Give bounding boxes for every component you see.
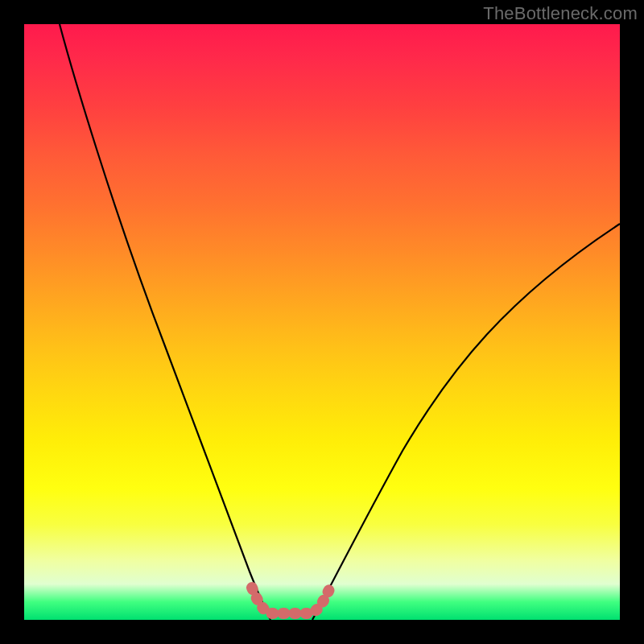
curve-left-branch (60, 24, 270, 620)
valley-highlight (252, 588, 330, 613)
watermark-text: TheBottleneck.com (483, 3, 638, 24)
curve-right-branch (312, 224, 620, 620)
chart-frame: TheBottleneck.com (0, 0, 644, 644)
curve-layer (24, 24, 620, 620)
plot-area (24, 24, 620, 620)
